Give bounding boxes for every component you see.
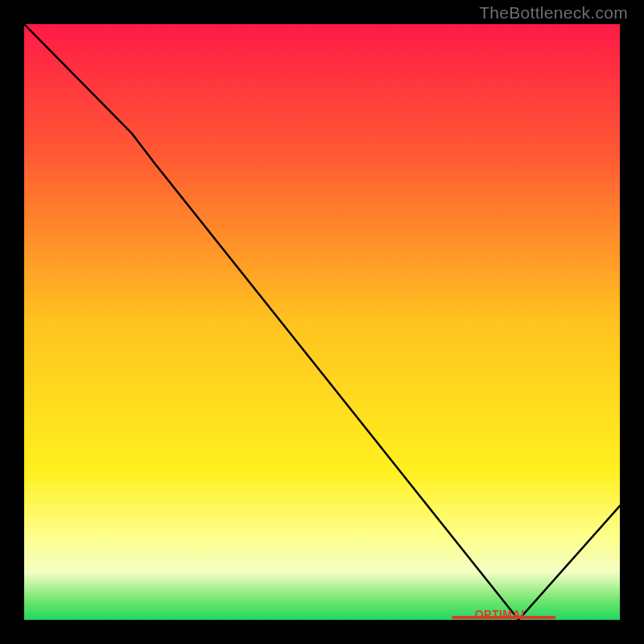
optimal-label: OPTIMAL <box>475 608 529 621</box>
watermark-text: TheBottleneck.com <box>479 3 628 23</box>
chart-frame: TheBottleneck.com OPTIMAL <box>0 0 644 644</box>
bottleneck-chart <box>24 24 620 620</box>
plot-area <box>24 24 620 620</box>
